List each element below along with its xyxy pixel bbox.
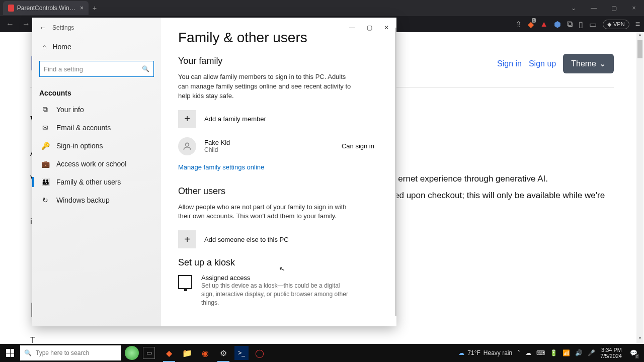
tray-chevron-icon[interactable]: ˄	[517, 349, 520, 356]
tray-wifi-icon[interactable]: 📶	[562, 349, 570, 356]
clock-date: 7/5/2024	[600, 353, 622, 359]
section-heading: Set up a kiosk	[178, 257, 379, 268]
tray-battery-icon[interactable]: 🔋	[550, 349, 557, 356]
sidebar-item-label: Sign-in options	[56, 142, 103, 150]
bitwarden-icon[interactable]: ⬢	[554, 20, 561, 29]
member-name: Fake Kid	[204, 139, 230, 146]
browser-tab[interactable]: ParentControls.Win - PCW ×	[3, 1, 89, 15]
sidebar-item-signin[interactable]: 🔑 Sign-in options	[32, 137, 161, 155]
signup-link[interactable]: Sign up	[529, 59, 556, 68]
nav-forward-icon[interactable]: →	[20, 18, 32, 30]
add-label: Add a family member	[204, 115, 266, 123]
taskbar-app-recorder[interactable]: ◯	[251, 344, 269, 362]
system-tray: ☁ 71°F Heavy rain ˄ ☁ ⌨ 🔋 📶 🔊 🎤 3:34 PM …	[458, 346, 644, 359]
panel-icon[interactable]: ▯	[579, 20, 583, 29]
home-nav[interactable]: ⌂ Home	[32, 38, 161, 56]
shield-icon[interactable]: ◆1	[528, 20, 534, 29]
section-heading: Your family	[178, 56, 379, 66]
window-minimize-icon[interactable]: —	[584, 0, 604, 16]
scrollbar-thumb[interactable]	[637, 40, 642, 58]
new-tab-button[interactable]: +	[93, 4, 97, 12]
extension-icon[interactable]: ⧉	[567, 20, 573, 29]
family-member-row[interactable]: Fake Kid Child Can sign in	[178, 137, 379, 155]
monitor-icon	[178, 275, 192, 289]
taskbar-app-brave[interactable]: ◆	[160, 344, 178, 362]
settings-window: — ▢ ✕ ← Settings ⌂ Home 🔍 Accounts ⧉ You…	[32, 18, 396, 326]
taskbar-app-ubuntu[interactable]: ◉	[196, 344, 214, 362]
search-input[interactable]	[44, 65, 142, 73]
sidebar-item-label: Family & other users	[56, 178, 121, 186]
warning-icon[interactable]: ▲	[540, 20, 548, 29]
taskbar-app-settings[interactable]: ⚙	[214, 344, 232, 362]
notif-badge: 2	[635, 354, 639, 358]
sidebar-item-email[interactable]: ✉ Email & accounts	[32, 119, 161, 137]
cortana-icon[interactable]	[125, 346, 139, 360]
theme-button[interactable]: Theme ⌄	[563, 54, 614, 73]
body-text: T	[30, 333, 614, 344]
content-scrollbar[interactable]	[395, 28, 396, 316]
weather-icon: ☁	[458, 349, 464, 356]
weather-cond: Heavy rain	[484, 349, 512, 356]
favicon-icon	[8, 5, 14, 12]
taskbar: 🔍 Type here to search ▭ ◆ 📁 ◉ ⚙ >_ ◯ ☁ 7…	[0, 344, 644, 362]
sidebar-item-your-info[interactable]: ⧉ Your info	[32, 100, 161, 119]
page-scrollbar[interactable]: ▴ ▾	[636, 32, 643, 344]
start-button[interactable]	[0, 344, 20, 362]
search-icon: 🔍	[142, 65, 149, 72]
search-icon: 🔍	[24, 349, 32, 356]
windows-icon	[6, 349, 14, 357]
settings-sidebar: ← Settings ⌂ Home 🔍 Accounts ⧉ Your info…	[32, 18, 161, 326]
signin-link[interactable]: Sign in	[497, 59, 522, 68]
plus-icon: +	[178, 230, 196, 248]
section-description: You can allow family members to sign in …	[178, 72, 354, 101]
browser-titlebar: ParentControls.Win - PCW × + ⌄ — ▢ ×	[0, 0, 644, 16]
sidebar-item-label: Windows backup	[56, 196, 110, 204]
mail-icon: ✉	[41, 124, 49, 132]
manage-family-link[interactable]: Manage family settings online	[178, 163, 264, 171]
kiosk-description: Set up this device as a kiosk—this could…	[201, 282, 352, 307]
sidebar-item-work[interactable]: 💼 Access work or school	[32, 155, 161, 173]
home-label: Home	[52, 43, 71, 51]
home-icon: ⌂	[42, 43, 46, 51]
search-placeholder: Type here to search	[36, 349, 89, 356]
tab-close-icon[interactable]: ×	[80, 5, 84, 12]
taskview-icon[interactable]: ▭	[143, 347, 155, 359]
nav-back-icon[interactable]: ←	[4, 18, 16, 30]
weather-widget[interactable]: ☁ 71°F Heavy rain	[458, 349, 512, 356]
menu-icon[interactable]: ≡	[635, 20, 640, 29]
member-status: Can sign in	[342, 142, 379, 150]
notification-icon[interactable]: 💬2	[627, 346, 640, 359]
taskbar-clock[interactable]: 3:34 PM 7/5/2024	[600, 347, 622, 359]
tray-keyboard-icon[interactable]: ⌨	[536, 349, 545, 356]
add-other-user[interactable]: + Add someone else to this PC	[178, 230, 379, 248]
people-icon: 👪	[41, 178, 49, 186]
back-icon[interactable]: ←	[39, 24, 46, 32]
settings-search[interactable]: 🔍	[39, 61, 154, 77]
chevron-down-icon[interactable]: ⌄	[564, 0, 584, 16]
member-role: Child	[204, 146, 230, 153]
kiosk-title: Assigned access	[201, 274, 352, 282]
taskbar-search[interactable]: 🔍 Type here to search	[20, 345, 121, 360]
sidebar-item-backup[interactable]: ↻ Windows backup	[32, 191, 161, 209]
add-label: Add someone else to this PC	[204, 236, 289, 243]
tray-volume-icon[interactable]: 🔊	[575, 349, 583, 356]
share-icon[interactable]: ⇪	[515, 20, 522, 29]
reader-icon[interactable]: ▭	[589, 20, 597, 29]
taskbar-app-explorer[interactable]: 📁	[178, 344, 196, 362]
weather-temp: 71°F	[467, 349, 480, 356]
settings-title: Settings	[52, 24, 74, 31]
kiosk-option[interactable]: Assigned access Set up this device as a …	[178, 274, 379, 307]
window-maximize-icon[interactable]: ▢	[604, 0, 624, 16]
svg-point-0	[186, 143, 189, 146]
taskbar-app-powershell[interactable]: >_	[234, 346, 249, 360]
add-family-member[interactable]: + Add a family member	[178, 110, 379, 128]
tray-onedrive-icon[interactable]: ☁	[525, 349, 531, 356]
tray-mic-icon[interactable]: 🎤	[588, 349, 595, 356]
plus-icon: +	[178, 110, 196, 128]
window-close-icon[interactable]: ×	[624, 0, 644, 16]
vpn-button[interactable]: ◆ VPN	[603, 20, 629, 29]
section-heading: Other users	[178, 186, 379, 197]
sidebar-item-family[interactable]: 👪 Family & other users	[32, 173, 161, 191]
section-description: Allow people who are not part of your fa…	[178, 203, 354, 222]
category-label: Accounts	[32, 82, 161, 100]
